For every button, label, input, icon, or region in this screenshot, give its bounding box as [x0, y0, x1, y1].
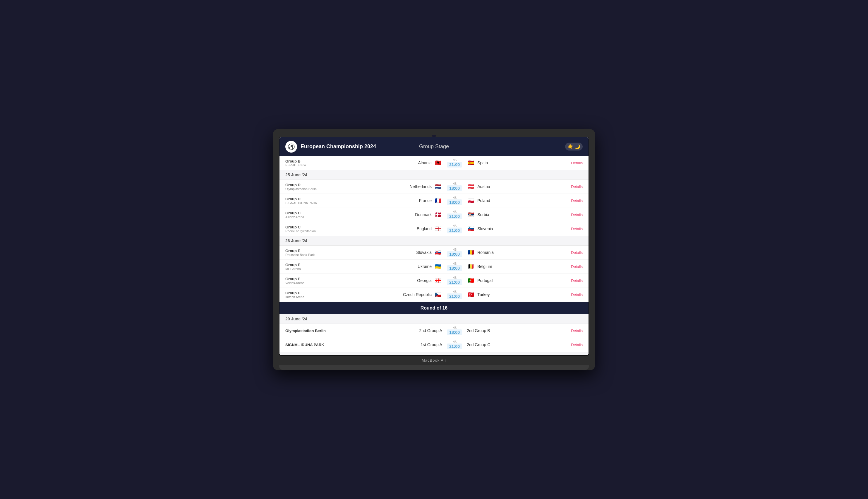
group-name: Group E: [285, 263, 344, 267]
home-team-name: Slovakia: [416, 250, 432, 255]
score-box: NS 21:00: [446, 290, 463, 299]
theme-toggle-area[interactable]: ☀️ 🌙: [565, 143, 583, 150]
away-team-name: Poland: [477, 198, 490, 203]
round-of-16-header: Round of 16: [279, 302, 589, 314]
details-link[interactable]: Details: [571, 265, 583, 269]
date-label: 26 June '24: [285, 239, 307, 243]
home-team-name: Netherlands: [410, 184, 432, 189]
match-center: 2nd Group A NS 18:00 2nd Group B: [344, 326, 565, 335]
home-team-name: Czech Republic: [403, 292, 432, 297]
details-link[interactable]: Details: [571, 212, 583, 217]
group-info: Group E Deutsche Bank Park: [285, 248, 344, 257]
score-status: NS: [452, 210, 456, 214]
team-home: 2nd Group A: [383, 328, 442, 333]
details-link[interactable]: Details: [571, 293, 583, 297]
team-home: 1st Group A: [383, 342, 442, 347]
team-home: Slovakia 🇸🇰: [383, 250, 442, 255]
score-status: NS: [452, 326, 456, 329]
score-box: NS 18:00: [446, 248, 463, 257]
away-team-name: Turkey: [477, 292, 490, 297]
match-row: Group F Imtech Arena Czech Republic 🇨🇿 N…: [279, 288, 589, 302]
home-flag: 🇦🇱: [434, 160, 442, 166]
match-row: Group C RheinEnergieStadion England 🏴󠁧󠁢󠁥…: [279, 222, 589, 236]
score-box: NS 18:00: [446, 326, 463, 335]
score-status: NS: [452, 262, 456, 265]
group-info: Group C RheinEnergieStadion: [285, 225, 344, 233]
team-home: Ukraine 🇺🇦: [383, 264, 442, 269]
venue-name: Imtech Arena: [285, 295, 344, 299]
score-time: 21:00: [447, 293, 462, 299]
details-link[interactable]: Details: [571, 343, 583, 347]
app-logo: ⚽: [285, 141, 297, 153]
away-team-name: Portugal: [477, 278, 492, 283]
score-time: 18:00: [447, 329, 462, 335]
score-status: NS: [452, 248, 456, 251]
home-team-name: Georgia: [417, 278, 432, 283]
match-center: 1st Group A NS 21:00 2nd Group C: [344, 340, 565, 349]
team-home: Denmark 🇩🇰: [383, 212, 442, 217]
details-link[interactable]: Details: [571, 198, 583, 203]
team-away: 🇧🇪 Belgium: [467, 264, 525, 269]
venue-name-r16: Olympiastadion Berlin: [285, 329, 344, 333]
venue-name: MHPArena: [285, 267, 344, 271]
match-center: Albania 🇦🇱 NS 21:00 🇪🇸 Spain: [344, 158, 565, 168]
away-flag: 🇹🇷: [467, 292, 475, 297]
date-label: 29 June '24: [285, 317, 307, 321]
venue-name: ESPRIT arena: [285, 163, 344, 167]
score-time: 21:00: [447, 279, 462, 285]
details-link[interactable]: Details: [571, 251, 583, 255]
home-team-name: England: [417, 226, 432, 231]
group-name: Group F: [285, 277, 344, 281]
match-row: Group C Allianz Arena Denmark 🇩🇰 NS 21:0…: [279, 208, 589, 222]
score-status: NS: [452, 196, 456, 199]
group-name: Group E: [285, 248, 344, 253]
away-flag: 🇪🇸: [467, 160, 475, 166]
date-section-header: 25 June '24: [279, 170, 589, 180]
away-flag: 🇷🇴: [467, 250, 475, 255]
team-away: 🇷🇴 Romania: [467, 250, 525, 255]
light-mode-icon[interactable]: ☀️: [567, 144, 573, 149]
details-link[interactable]: Details: [571, 227, 583, 231]
away-flag: 🇷🇸: [467, 212, 475, 217]
dark-mode-icon[interactable]: 🌙: [575, 144, 580, 149]
app-header: ⚽ European Championship 2024 Group Stage…: [279, 137, 589, 156]
team-away: 2nd Group B: [467, 328, 525, 333]
score-box: NS 21:00: [446, 224, 463, 233]
away-team-name: Spain: [477, 160, 488, 165]
team-home: Czech Republic 🇨🇿: [383, 292, 442, 297]
date-label: 30 June '24: [285, 354, 307, 355]
match-center: France 🇫🇷 NS 18:00 🇵🇱 Poland: [344, 196, 565, 205]
team-home: Netherlands 🇳🇱: [383, 184, 442, 189]
theme-toggle[interactable]: ☀️ 🌙: [565, 143, 583, 150]
group-name: Group B: [285, 159, 344, 163]
laptop-bottom: [279, 365, 589, 370]
home-team-name: Denmark: [415, 212, 432, 217]
score-time: 18:00: [447, 199, 462, 205]
team-home: France 🇫🇷: [383, 198, 442, 203]
details-link[interactable]: Details: [571, 161, 583, 165]
match-row: Group E MHPArena Ukraine 🇺🇦 NS 18:00 🇧🇪 …: [279, 260, 589, 274]
score-box: NS 18:00: [446, 262, 463, 271]
team-home: Georgia 🇬🇪: [383, 278, 442, 283]
venue-name: SIGNAL IDUNA PARK: [285, 201, 344, 205]
away-team-name: Romania: [477, 250, 494, 255]
details-link[interactable]: Details: [571, 329, 583, 333]
away-flag: 🇵🇹: [467, 278, 475, 283]
score-status: NS: [452, 158, 456, 162]
details-link[interactable]: Details: [571, 279, 583, 283]
group-name: Group C: [285, 211, 344, 215]
away-flag: 🇸🇮: [467, 226, 475, 231]
group-name: Group C: [285, 225, 344, 229]
score-box: NS 21:00: [446, 340, 463, 349]
home-flag: 🇨🇿: [434, 292, 442, 297]
match-row: SIGNAL IDUNA PARK 1st Group A NS 21:00 2…: [279, 338, 589, 352]
details-link[interactable]: Details: [571, 184, 583, 189]
home-team-name: 2nd Group A: [419, 328, 442, 333]
date-section-header: 26 June '24: [279, 236, 589, 246]
home-team-name: 1st Group A: [420, 342, 442, 347]
team-away: 🇸🇮 Slovenia: [467, 226, 525, 231]
score-box: NS 18:00: [446, 196, 463, 205]
group-name: Group D: [285, 183, 344, 187]
score-box: NS 18:00: [446, 182, 463, 191]
venue-name: RheinEnergieStadion: [285, 229, 344, 233]
